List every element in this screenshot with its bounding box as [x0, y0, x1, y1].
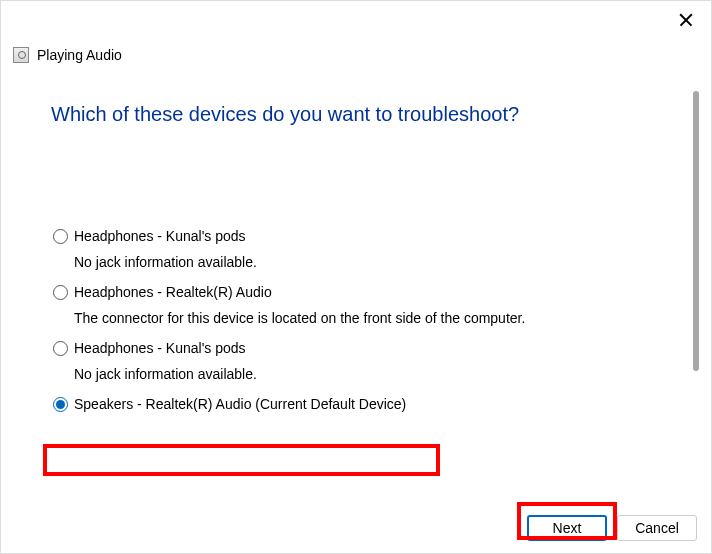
next-button[interactable]: Next	[527, 515, 607, 541]
troubleshooter-icon	[13, 47, 29, 63]
scrollbar[interactable]	[693, 91, 699, 371]
device-option[interactable]: Headphones - Kunal's pods	[53, 340, 661, 356]
page-heading: Which of these devices do you want to tr…	[51, 103, 661, 126]
device-label: Speakers - Realtek(R) Audio (Current Def…	[74, 396, 406, 412]
device-option[interactable]: Headphones - Kunal's pods	[53, 228, 661, 244]
radio-icon[interactable]	[53, 341, 68, 356]
titlebar	[1, 1, 711, 43]
header: Playing Audio	[1, 43, 711, 63]
device-label: Headphones - Kunal's pods	[74, 228, 246, 244]
radio-icon[interactable]	[53, 397, 68, 412]
device-desc: No jack information available.	[74, 366, 661, 382]
content-area: Which of these devices do you want to tr…	[1, 63, 711, 493]
device-desc: The connector for this device is located…	[74, 310, 661, 326]
device-option[interactable]: Headphones - Realtek(R) Audio	[53, 284, 661, 300]
footer: Next Cancel	[527, 515, 697, 541]
device-label: Headphones - Realtek(R) Audio	[74, 284, 272, 300]
cancel-button[interactable]: Cancel	[617, 515, 697, 541]
radio-icon[interactable]	[53, 285, 68, 300]
device-label: Headphones - Kunal's pods	[74, 340, 246, 356]
radio-icon[interactable]	[53, 229, 68, 244]
close-icon[interactable]	[677, 11, 695, 29]
device-option-list: Headphones - Kunal's pods No jack inform…	[51, 228, 661, 412]
window-title: Playing Audio	[37, 47, 122, 63]
device-option[interactable]: Speakers - Realtek(R) Audio (Current Def…	[53, 396, 661, 412]
device-desc: No jack information available.	[74, 254, 661, 270]
